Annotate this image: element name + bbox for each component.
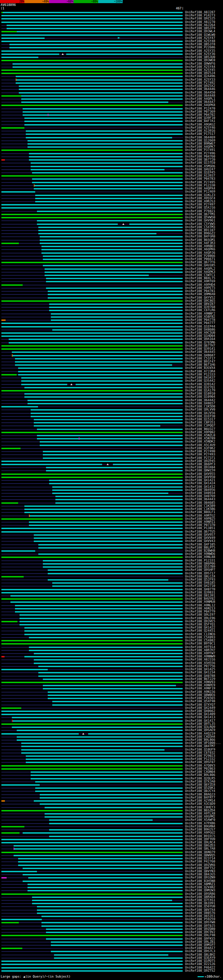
hit-bar[interactable] (40, 240, 183, 241)
hit-bar[interactable] (2, 432, 183, 433)
hit-bar[interactable] (42, 246, 183, 247)
hit-bar[interactable] (29, 156, 183, 158)
hit-bar[interactable] (29, 637, 183, 638)
hit-bar[interactable] (54, 954, 168, 956)
hit-bar[interactable] (2, 191, 35, 192)
hit-bar[interactable] (54, 958, 183, 959)
hit-bar[interactable] (2, 15, 183, 16)
hit-bar[interactable] (17, 730, 183, 731)
hit-bar[interactable] (2, 150, 183, 151)
hit-bar[interactable] (45, 275, 149, 276)
hit-label[interactable]: UniRef100_P17517 (185, 132, 215, 135)
hit-bar[interactable] (43, 560, 183, 562)
hit-bar[interactable] (46, 929, 183, 930)
hit-label[interactable]: UniRef100_Q4V961 (185, 219, 215, 222)
hit-bar[interactable] (2, 60, 183, 61)
hit-label[interactable]: UniRef100_Q15TE0 (185, 161, 215, 164)
hit-bar[interactable] (17, 740, 183, 741)
hit-bar[interactable] (2, 922, 19, 923)
hit-bar[interactable] (49, 483, 183, 484)
hit-bar[interactable] (2, 708, 21, 709)
hit-bar[interactable] (37, 224, 118, 225)
hit-bar[interactable] (48, 698, 183, 699)
hit-bar[interactable] (30, 778, 183, 780)
hit-bar[interactable] (40, 236, 183, 237)
hit-bar[interactable] (2, 348, 183, 350)
hit-bar[interactable] (18, 368, 183, 369)
hit-bar[interactable] (2, 73, 183, 74)
hit-label[interactable]: UniRef100_Q9M2W3 (185, 889, 215, 892)
hit-bar[interactable] (37, 220, 183, 221)
hit-bar[interactable] (12, 352, 183, 353)
hit-bar[interactable] (2, 175, 183, 177)
hit-bar[interactable] (22, 874, 183, 875)
hit-bar[interactable] (34, 541, 183, 542)
hit-bar[interactable] (15, 361, 183, 363)
hit-bar[interactable] (43, 685, 176, 686)
hit-bar[interactable] (2, 95, 21, 97)
hit-bar[interactable] (2, 964, 183, 965)
hit-bar[interactable] (13, 63, 183, 65)
hit-bar[interactable] (49, 480, 183, 481)
hit-bar[interactable] (2, 826, 24, 827)
hit-bar[interactable] (27, 400, 183, 401)
hit-bar[interactable] (37, 429, 183, 430)
hit-bar[interactable] (45, 272, 183, 273)
hit-bar[interactable] (34, 188, 183, 189)
hit-bar[interactable] (19, 89, 183, 90)
hit-bar[interactable] (45, 268, 183, 270)
hit-bar[interactable] (43, 563, 183, 565)
hit-bar[interactable] (21, 746, 183, 747)
hit-bar[interactable] (2, 262, 183, 263)
hit-label[interactable]: UniRef100_Q9LVV0 (185, 408, 215, 411)
hit-bar[interactable] (2, 656, 5, 657)
hit-bar[interactable] (39, 666, 183, 667)
hit-bar[interactable] (43, 451, 183, 452)
hit-bar[interactable] (113, 464, 183, 465)
hit-bar[interactable] (39, 230, 183, 231)
hit-bar[interactable] (51, 942, 183, 943)
hit-bar[interactable] (26, 756, 183, 757)
hit-bar[interactable] (2, 967, 183, 969)
hit-bar[interactable] (10, 601, 183, 603)
hit-bar[interactable] (39, 227, 183, 228)
hit-bar[interactable] (66, 54, 183, 55)
hit-bar[interactable] (2, 448, 21, 449)
hit-bar[interactable] (21, 752, 183, 754)
hit-bar[interactable] (37, 438, 183, 439)
hit-bar[interactable] (2, 682, 183, 683)
hit-bar[interactable] (15, 364, 172, 366)
hit-bar[interactable] (3, 12, 183, 13)
hit-bar[interactable] (55, 499, 183, 500)
hit-bar[interactable] (29, 525, 183, 526)
hit-bar[interactable] (2, 970, 183, 972)
hit-bar[interactable] (2, 810, 183, 811)
hit-bar[interactable] (34, 538, 183, 539)
hit-bar[interactable] (46, 938, 183, 940)
hit-bar[interactable] (2, 961, 183, 962)
hit-bar[interactable] (40, 797, 183, 799)
hit-bar[interactable] (34, 663, 183, 664)
hit-bar[interactable] (2, 502, 18, 504)
hit-label[interactable]: UniRef100_P42760 (185, 860, 215, 863)
hit-bar[interactable] (48, 294, 183, 295)
hit-bar[interactable] (12, 717, 183, 718)
hit-bar[interactable] (19, 92, 183, 94)
hit-bar[interactable] (45, 816, 183, 818)
hit-label[interactable]: UniRef100_A9PGU2 (185, 831, 215, 834)
hit-bar[interactable] (24, 393, 183, 395)
hit-bar[interactable] (49, 836, 183, 837)
hit-bar[interactable] (22, 832, 183, 834)
hit-bar[interactable] (19, 624, 183, 625)
hit-bar[interactable] (40, 441, 183, 442)
hit-bar[interactable] (32, 172, 183, 173)
hit-bar[interactable] (18, 371, 183, 372)
hit-bar[interactable] (49, 304, 183, 305)
hit-bar[interactable] (39, 547, 183, 549)
hit-label[interactable]: UniRef100_Q41234 (185, 671, 215, 674)
hit-bar[interactable] (21, 380, 183, 382)
hit-bar[interactable] (49, 307, 183, 308)
hit-bar[interactable] (18, 858, 183, 859)
hit-bar[interactable] (2, 557, 183, 558)
hit-bar[interactable] (34, 659, 183, 660)
